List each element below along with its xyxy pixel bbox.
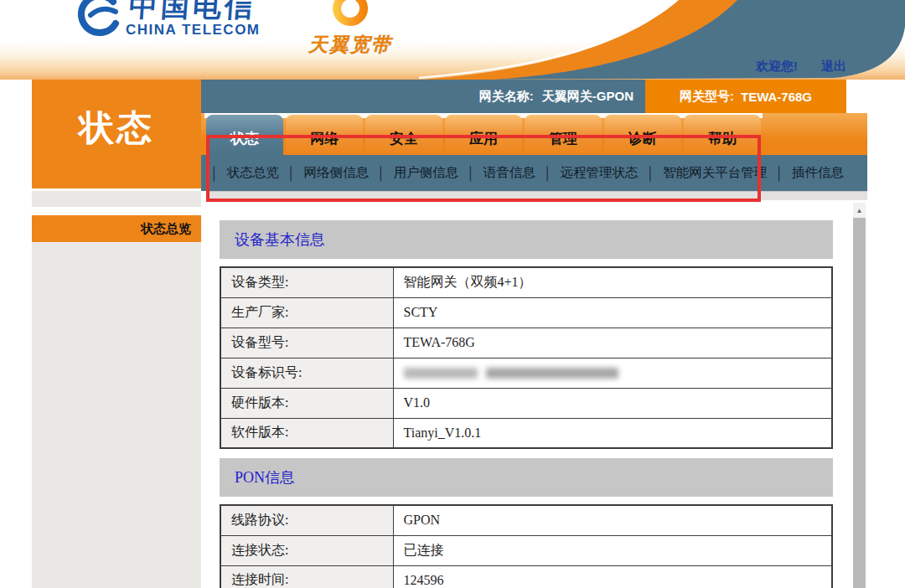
tab-诊断[interactable]: 诊断 (604, 115, 681, 155)
tab-管理[interactable]: 管理 (525, 115, 602, 155)
table-row: 设备型号:TEWA-768G (220, 328, 832, 358)
row-value: SCTY (393, 297, 832, 328)
broadband-text: 天翼宽带 (308, 32, 392, 58)
subnav-item-智能网关平台管理[interactable]: 智能网关平台管理 (655, 164, 774, 182)
brand-en-text: CHINA TELECOM (126, 22, 261, 39)
gateway-name-bar: 网关名称: 天翼网关-GPON (201, 80, 645, 113)
tianyi-swirl-icon (327, 0, 374, 32)
table-row: 连接时间:124596 (220, 565, 832, 588)
row-value: 已连接 (393, 535, 832, 565)
row-value: GPON (393, 505, 832, 535)
row-value: TEWA-768G (393, 328, 832, 358)
section-title: 设备基本信息 (235, 230, 325, 250)
table-row: 设备标识号: (220, 358, 832, 388)
sidebar: 状态总览 (32, 191, 201, 588)
section-title-band: 设备基本信息 (220, 220, 833, 259)
gateway-model-value: TEWA-768G (741, 90, 812, 104)
subnav-item-语音信息[interactable]: 语音信息 (476, 164, 543, 182)
tab-应用[interactable]: 应用 (445, 115, 522, 155)
table-row: 连接状态:已连接 (220, 535, 832, 565)
table-row: 硬件版本:V1.0 (220, 388, 832, 418)
gateway-name-value: 天翼网关-GPON (542, 89, 634, 105)
subnav-item-插件信息[interactable]: 插件信息 (784, 164, 851, 182)
tab-状态[interactable]: 状态 (206, 115, 283, 155)
row-value: 124596 (393, 565, 832, 588)
row-value: Tianyi_V1.0.1 (393, 418, 832, 448)
table-row: 生产厂家:SCTY (220, 297, 832, 328)
row-label: 连接时间: (220, 565, 393, 588)
tab-网络[interactable]: 网络 (286, 115, 363, 155)
subnav-separator: │ (287, 166, 297, 181)
subnav-item-远程管理状态[interactable]: 远程管理状态 (552, 164, 645, 182)
header: 中国电信 CHINA TELECOM 天翼宽带 欢迎您! 退出 (0, 0, 905, 80)
nav-bar: 状态网络安全应用管理诊断帮助 (201, 113, 867, 155)
row-label: 线路协议: (220, 505, 393, 535)
tab-安全[interactable]: 安全 (365, 115, 442, 155)
content-sections: 设备基本信息设备类型:智能网关（双频4+1）生产厂家:SCTY设备型号:TEWA… (220, 202, 833, 588)
sidebar-item-状态总览[interactable]: 状态总览 (32, 215, 201, 242)
brand-cn-text: 中国电信 (128, 0, 258, 22)
subnav: │状态总览│网络侧信息│用户侧信息│语音信息│远程管理状态│智能网关平台管理│插… (201, 155, 867, 191)
gateway-model-bar: 网关型号: TEWA-768G (645, 80, 846, 113)
scrollbar[interactable]: ▲ (853, 203, 866, 588)
content-top-strip (209, 191, 867, 202)
section-title-band: PON信息 (220, 458, 833, 497)
info-table: 线路协议:GPON连接状态:已连接连接时间:124596 (220, 504, 833, 588)
welcome-area: 欢迎您! 退出 (725, 59, 846, 79)
content-panel: 设备基本信息设备类型:智能网关（双频4+1）生产厂家:SCTY设备型号:TEWA… (209, 202, 867, 588)
row-label: 连接状态: (220, 535, 393, 565)
info-table: 设备类型:智能网关（双频4+1）生产厂家:SCTY设备型号:TEWA-768G设… (220, 266, 833, 449)
gateway-name-label: 网关名称: (479, 89, 534, 105)
row-value: V1.0 (393, 388, 832, 418)
row-label: 设备类型: (220, 267, 393, 297)
china-telecom-logo: 中国电信 CHINA TELECOM (74, 0, 261, 42)
tab-帮助[interactable]: 帮助 (684, 115, 761, 155)
section-title: PON信息 (235, 467, 295, 487)
sidebar-divider (32, 207, 201, 215)
row-label: 生产厂家: (220, 297, 393, 328)
row-label: 设备标识号: (220, 358, 393, 388)
scrollbar-thumb[interactable] (853, 218, 866, 588)
router-admin-page: 中国电信 CHINA TELECOM 天翼宽带 欢迎您! 退出 状态 网关名称 (0, 0, 905, 588)
scrollbar-up-button[interactable]: ▲ (853, 203, 866, 218)
subnav-separator: │ (376, 166, 386, 181)
nav-tabs: 状态网络安全应用管理诊断帮助 (206, 115, 761, 155)
subnav-separator: │ (466, 166, 476, 181)
china-telecom-symbol-icon (74, 0, 122, 42)
page-title-block: 状态 (32, 80, 201, 188)
table-row: 软件版本:Tianyi_V1.0.1 (220, 418, 832, 448)
row-value (393, 358, 832, 388)
row-label: 软件版本: (220, 418, 393, 448)
redacted-value (404, 368, 832, 379)
subnav-separator: │ (209, 166, 220, 181)
table-row: 设备类型:智能网关（双频4+1） (220, 267, 832, 297)
row-value: 智能网关（双频4+1） (393, 267, 832, 297)
row-label: 硬件版本: (220, 388, 393, 418)
subnav-item-状态总览[interactable]: 状态总览 (220, 164, 287, 182)
gateway-model-label: 网关型号: (680, 89, 734, 105)
row-label: 设备型号: (220, 328, 393, 358)
subnav-separator: │ (774, 166, 784, 181)
subnav-item-用户侧信息[interactable]: 用户侧信息 (386, 164, 467, 182)
subnav-separator: │ (543, 166, 553, 181)
logout-link[interactable]: 退出 (821, 59, 846, 79)
table-row: 线路协议:GPON (220, 505, 832, 535)
subnav-separator: │ (645, 166, 655, 181)
page-title: 状态 (79, 105, 154, 152)
subnav-item-网络侧信息[interactable]: 网络侧信息 (296, 164, 376, 182)
tianyi-broadband-logo: 天翼宽带 (308, 0, 392, 58)
welcome-text: 欢迎您! (756, 59, 798, 79)
